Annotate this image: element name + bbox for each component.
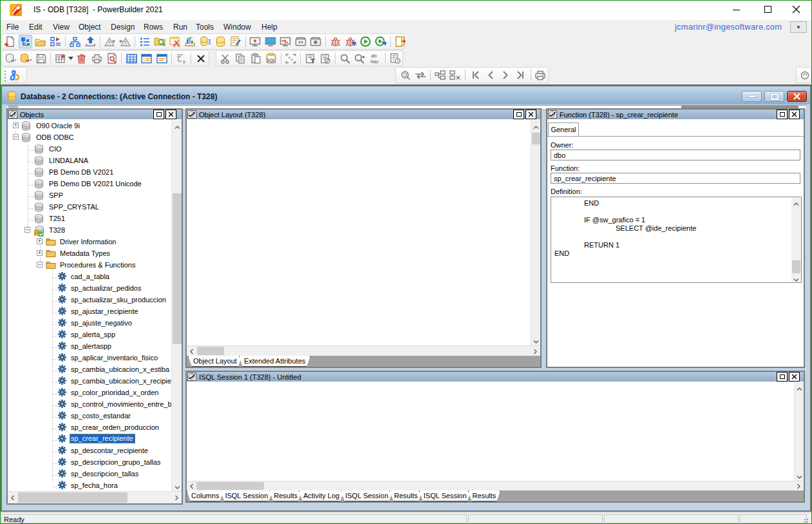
svg-text:ab: ab (371, 53, 377, 59)
svg-text:4ac: 4ac (370, 59, 379, 64)
svg-text:SQL: SQL (267, 58, 275, 63)
